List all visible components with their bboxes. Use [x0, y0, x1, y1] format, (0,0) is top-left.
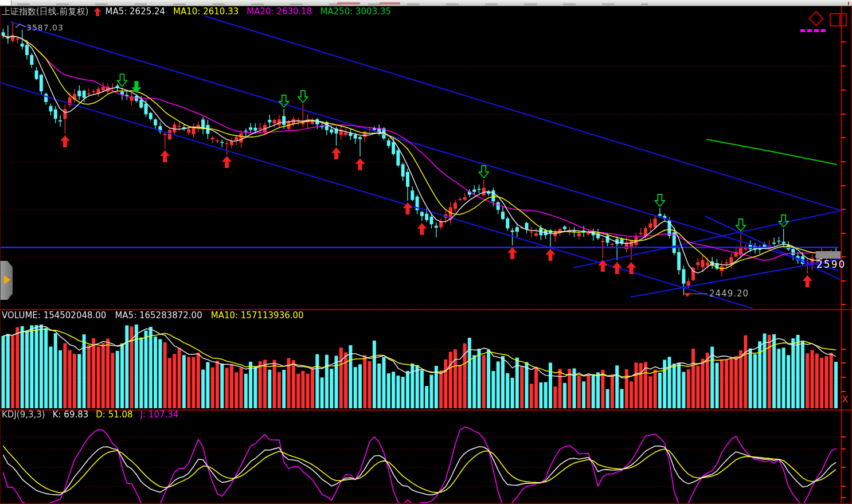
trough-pointer-line: [689, 294, 708, 294]
ma10-value: MA10: 2610.33: [173, 6, 239, 17]
toolbar-strip: [0, 0, 852, 6]
diamond-icon[interactable]: [808, 11, 824, 26]
x-axis-label: X: [842, 394, 848, 405]
kdj-k-value: K: 69.83: [53, 410, 89, 420]
trading-terminal: 上证指数(日线.前复权) MA5: 2625.24 MA10: 2610.33 …: [0, 0, 852, 504]
sidebar-expand-handle[interactable]: [0, 261, 13, 300]
volume-header: VOLUME: 154502048.00 MA5: 165283872.00 M…: [2, 311, 304, 321]
ma5-value: MA5: 2625.24: [105, 6, 165, 17]
dashed-line-icon[interactable]: [800, 29, 828, 32]
ma250-value: MA250: 3003.35: [320, 6, 391, 17]
chart-canvas[interactable]: [0, 0, 852, 504]
drawing-tools: [800, 11, 849, 33]
trough-price-label: 2449.20: [709, 288, 749, 299]
kdj-j-value: J: 107.34: [140, 410, 179, 420]
volume-ma5-value: MA5: 165283872.00: [115, 311, 202, 321]
index-title: 上证指数(日线.前复权): [2, 6, 88, 17]
toolbar-white-chip: [0, 0, 11, 5]
kdj-title: KDJ(9,3,3): [2, 410, 45, 420]
trough-marker-icon: [684, 293, 691, 297]
split-window-icon[interactable]: [830, 13, 847, 26]
kdj-header: KDJ(9,3,3) K: 69.83 D: 51.08 J: 107.34: [2, 410, 178, 420]
expand-arrow-icon: [4, 275, 10, 284]
last-price-tag: [816, 251, 841, 259]
toolbar-red-remnant-1: [337, 2, 360, 5]
up-arrow-icon: [93, 7, 101, 16]
toolbar-red-remnant-2: [380, 2, 400, 5]
peak-price-label: 3587.03: [26, 23, 64, 32]
toolbar-corner-mark: [848, 2, 849, 5]
kdj-d-value: D: 51.08: [96, 410, 132, 420]
main-chart-header: 上证指数(日线.前复权) MA5: 2625.24 MA10: 2610.33 …: [2, 6, 391, 17]
volume-value: VOLUME: 154502048.00: [2, 311, 106, 321]
last-price-label: 2590: [816, 259, 846, 270]
toolbar-text-remnants: [17, 3, 648, 5]
ma20-value: MA20: 2630.18: [247, 6, 312, 17]
volume-ma10-value: MA10: 157113936.00: [211, 311, 304, 321]
